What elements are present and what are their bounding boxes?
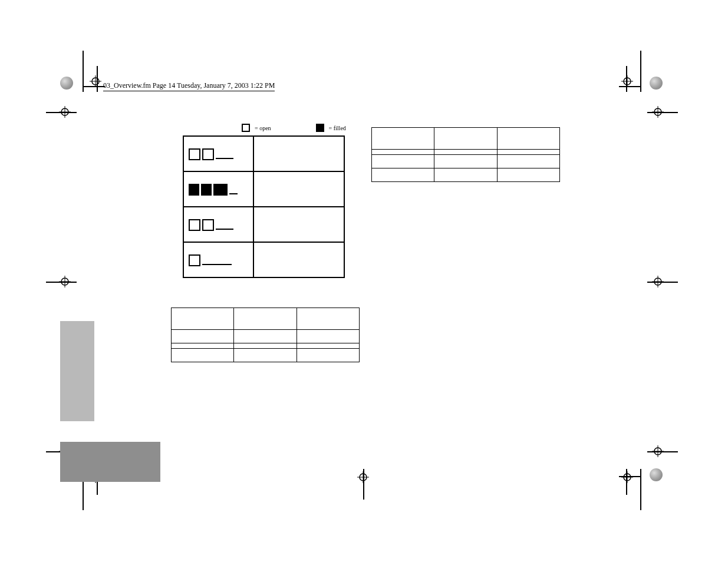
table-row — [183, 242, 344, 277]
cell — [497, 168, 559, 182]
col-header — [497, 128, 559, 150]
cell — [172, 343, 234, 349]
crosshair-icon — [621, 75, 633, 87]
crosshair-icon — [59, 276, 71, 287]
table-row — [372, 150, 560, 155]
cell — [372, 155, 434, 168]
side-tab — [60, 442, 160, 482]
battery-bars-icon — [189, 147, 248, 160]
table-row — [172, 308, 360, 330]
col-header — [434, 128, 497, 150]
ink-level-table — [371, 127, 560, 182]
crosshair-icon — [59, 106, 71, 118]
table-row — [183, 171, 344, 207]
filled-square-icon — [316, 124, 324, 132]
crosshair-icon — [652, 276, 664, 287]
table-row — [372, 128, 560, 150]
open-square-icon — [242, 124, 250, 132]
col-header — [297, 308, 359, 330]
side-tab — [60, 321, 94, 421]
cell — [297, 343, 359, 349]
cell — [434, 155, 497, 168]
legend-filled-label: = filled — [329, 125, 346, 131]
battery-bars-icon — [189, 183, 248, 196]
crop-rule — [619, 86, 640, 87]
table-row — [372, 168, 560, 182]
table-row — [172, 330, 360, 343]
crop-rule — [640, 469, 641, 510]
col-header — [172, 308, 234, 330]
cell — [234, 349, 297, 362]
registration-mark-icon — [650, 77, 661, 88]
col-header — [372, 128, 434, 150]
cell — [234, 330, 297, 343]
registration-mark-icon — [650, 468, 661, 480]
legend: = open = filled — [242, 124, 354, 132]
cell — [434, 150, 497, 155]
table-row — [183, 207, 344, 242]
table-row — [172, 343, 360, 349]
cell — [497, 155, 559, 168]
pattern-desc — [253, 207, 344, 242]
crosshair-icon — [621, 471, 633, 483]
legend-open-label: = open — [255, 125, 271, 131]
cell — [372, 168, 434, 182]
right-column — [371, 124, 560, 182]
crosshair-icon — [652, 445, 664, 457]
table-row — [172, 349, 360, 362]
cell — [172, 349, 234, 362]
registration-mark-icon — [60, 77, 72, 88]
cell — [434, 168, 497, 182]
pattern-desc — [253, 242, 344, 277]
cell — [372, 150, 434, 155]
table-row — [183, 136, 344, 171]
cell — [172, 330, 234, 343]
cell — [297, 349, 359, 362]
cell — [297, 330, 359, 343]
crop-rule — [84, 86, 105, 87]
battery-bars-icon — [189, 253, 248, 266]
battery-pattern-table — [183, 135, 345, 278]
table-row — [372, 155, 560, 168]
crosshair-icon — [357, 471, 369, 483]
crosshair-icon — [90, 75, 101, 87]
battery-bars-icon — [189, 218, 248, 231]
crosshair-icon — [652, 106, 664, 118]
cell — [234, 343, 297, 349]
page-header-meta: 03_Overview.fm Page 14 Tuesday, January … — [103, 81, 275, 91]
crop-rule — [619, 476, 640, 477]
col-header — [234, 308, 297, 330]
cell — [497, 150, 559, 155]
left-column: = open = filled — [171, 124, 354, 362]
pattern-desc — [253, 171, 344, 207]
battery-capacity-table — [171, 308, 360, 362]
crop-rule — [640, 51, 641, 92]
pattern-desc — [253, 136, 344, 171]
